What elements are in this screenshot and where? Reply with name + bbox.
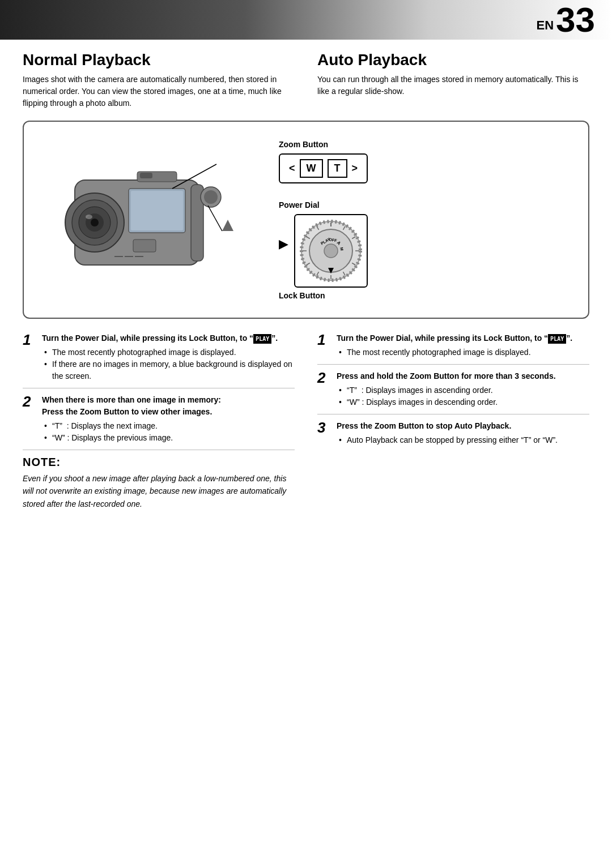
auto-playback-steps: 1 Turn the Power Dial, while pressing it…: [317, 332, 589, 510]
normal-step-1-bullets: The most recently photographed image is …: [42, 347, 295, 382]
chevron-left-icon: <: [289, 163, 295, 174]
svg-marker-20: [222, 220, 233, 231]
note-section: NOTE: Even if you shoot a new image afte…: [23, 456, 295, 510]
lock-button-label: Lock Button: [279, 291, 325, 300]
auto-step-3: 3 Press the Zoom Button to stop Auto Pla…: [317, 420, 589, 452]
normal-step-2-bullet-2: “W” : Displays the previous image.: [44, 432, 221, 444]
auto-step-2-number: 2: [317, 370, 331, 408]
svg-line-19: [208, 206, 222, 231]
normal-step-2-bullet-1: “T” : Displays the next image.: [44, 420, 221, 432]
auto-step-1-bullet-1: The most recently photographed image is …: [339, 347, 572, 358]
zoom-button-label-section: Zoom Button < W T >: [279, 140, 571, 183]
page-number: 33: [556, 2, 595, 37]
zoom-button-label: Zoom Button: [279, 140, 328, 149]
normal-step-1-bullet-1: The most recently photographed image is …: [44, 347, 295, 358]
auto-step-1: 1 Turn the Power Dial, while pressing it…: [317, 332, 589, 365]
normal-step-2-number: 2: [23, 394, 36, 444]
normal-playback-steps: 1 Turn the Power Dial, while pressing it…: [23, 332, 295, 510]
auto-step-2-bold: Press and hold the Zoom Button for more …: [337, 371, 556, 380]
svg-rect-11: [140, 173, 152, 178]
camera-illustration: [41, 135, 256, 305]
en-label: EN: [536, 18, 554, 33]
auto-step-1-bold: Turn the Power Dial, while pressing its …: [337, 333, 572, 343]
play-badge-1: PLAY: [253, 334, 271, 344]
dial-arrow-icon: ▶: [279, 237, 288, 251]
diagram-labels: Zoom Button < W T > Power Dial ▶: [267, 140, 571, 300]
zoom-widget: < W T >: [279, 153, 368, 183]
svg-point-5: [91, 219, 99, 226]
svg-rect-17: [133, 240, 156, 252]
normal-step-2-content: When there is more than one image in mem…: [42, 394, 221, 444]
power-dial-label-section: Power Dial ▶: [279, 200, 571, 300]
auto-step-3-number: 3: [317, 420, 331, 446]
steps-section: 1 Turn the Power Dial, while pressing it…: [23, 332, 589, 510]
auto-step-2-content: Press and hold the Zoom Button for more …: [337, 370, 556, 408]
diagram-box: Zoom Button < W T > Power Dial ▶: [23, 121, 589, 319]
svg-point-13: [204, 190, 218, 204]
top-banner: EN 33: [0, 0, 612, 40]
normal-step-2-bullets: “T” : Displays the next image. “W” : Dis…: [42, 420, 221, 444]
auto-step-1-number: 1: [317, 332, 331, 358]
svg-rect-8: [131, 191, 183, 230]
chevron-right-icon: >: [352, 163, 358, 174]
main-content: Normal Playback Images shot with the cam…: [0, 40, 612, 538]
auto-playback-desc: You can run through all the images store…: [317, 74, 589, 97]
auto-playback-title: Auto Playback: [317, 51, 589, 69]
zoom-w-key: W: [300, 159, 323, 178]
normal-step-1-bullet-2: If there are no images in memory, a blue…: [44, 358, 295, 382]
auto-step-3-bullets: Auto Playback can be stopped by pressing…: [337, 434, 558, 446]
zoom-t-key: T: [328, 159, 347, 178]
normal-step-1-bold: Turn the Power Dial, while pressing its …: [42, 333, 278, 343]
auto-step-2-bullet-1: “T” : Displays images in ascending order…: [339, 384, 556, 396]
note-text: Even if you shoot a new image after play…: [23, 472, 295, 510]
note-title: NOTE:: [23, 456, 295, 469]
auto-step-1-content: Turn the Power Dial, while pressing its …: [337, 332, 572, 358]
auto-step-1-bullets: The most recently photographed image is …: [337, 347, 572, 358]
auto-step-3-bullet-1: Auto Playback can be stopped by pressing…: [339, 434, 558, 446]
power-dial-widget: PLAY OFF A M: [294, 214, 368, 288]
normal-playback-title: Normal Playback: [23, 51, 295, 69]
auto-step-3-content: Press the Zoom Button to stop Auto Playb…: [337, 420, 558, 446]
normal-step-2-sub-bold: Press the Zoom Button to view other imag…: [42, 407, 212, 416]
normal-step-2: 2 When there is more than one image in m…: [23, 394, 295, 450]
section-headers: Normal Playback Images shot with the cam…: [23, 51, 589, 109]
normal-step-1: 1 Turn the Power Dial, while pressing it…: [23, 332, 295, 388]
normal-playback-desc: Images shot with the camera are automati…: [23, 74, 295, 109]
auto-step-2-bullets: “T” : Displays images in ascending order…: [337, 384, 556, 408]
auto-step-2-bullet-2: “W” : Displays images in descending orde…: [339, 396, 556, 408]
svg-point-6: [86, 215, 92, 219]
auto-playback-section: Auto Playback You can run through all th…: [317, 51, 589, 109]
power-dial-label: Power Dial: [279, 200, 320, 209]
auto-step-2: 2 Press and hold the Zoom Button for mor…: [317, 370, 589, 414]
normal-step-1-content: Turn the Power Dial, while pressing its …: [42, 332, 295, 382]
play-badge-auto-1: PLAY: [548, 334, 566, 344]
normal-playback-section: Normal Playback Images shot with the cam…: [23, 51, 295, 109]
normal-step-2-bold: When there is more than one image in mem…: [42, 395, 221, 404]
auto-step-3-bold: Press the Zoom Button to stop Auto Playb…: [337, 421, 511, 430]
svg-point-28: [324, 244, 338, 258]
normal-step-1-number: 1: [23, 332, 36, 382]
